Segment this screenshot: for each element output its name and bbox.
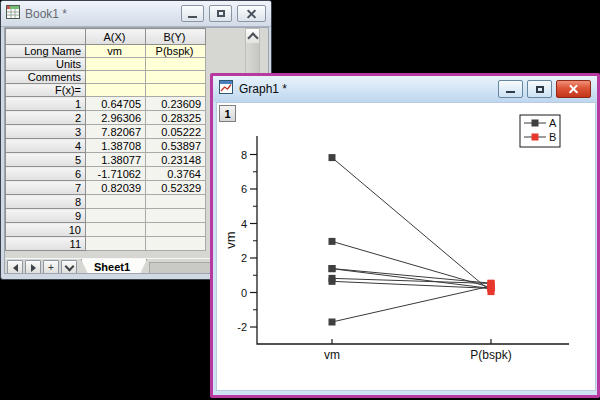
- legend-label: A: [549, 117, 557, 129]
- scroll-up-button[interactable]: [246, 29, 259, 44]
- maximize-icon: [536, 86, 544, 93]
- row-header[interactable]: 2: [6, 111, 86, 125]
- table-row: 9: [6, 209, 206, 223]
- series-connector-line: [332, 286, 491, 322]
- row-header[interactable]: 7: [6, 181, 86, 195]
- cell[interactable]: 0.82039: [86, 181, 146, 195]
- x-tick-label: P(bspk): [470, 348, 511, 362]
- row-header[interactable]: 5: [6, 153, 86, 167]
- workbook-icon: [6, 5, 20, 23]
- workbook-titlebar[interactable]: Book1 *: [1, 1, 271, 27]
- cell[interactable]: 0.05222: [146, 125, 206, 139]
- corner-cell[interactable]: [6, 29, 86, 45]
- row-header[interactable]: 10: [6, 223, 86, 237]
- row-header[interactable]: Long Name: [6, 45, 86, 58]
- row-header[interactable]: 6: [6, 167, 86, 181]
- cell[interactable]: [146, 195, 206, 209]
- graph-icon: [219, 80, 233, 98]
- x-tick-label: vm: [324, 348, 340, 362]
- cell[interactable]: 0.53897: [146, 139, 206, 153]
- origin-workspace: { "desktop": { "background_color": "#000…: [0, 0, 600, 400]
- cell[interactable]: 1.38077: [86, 153, 146, 167]
- y-axis-title: vm: [223, 231, 238, 248]
- chevron-up-icon: [247, 32, 258, 43]
- sheet-tab[interactable]: Sheet1: [81, 259, 147, 274]
- maximize-button[interactable]: [209, 5, 232, 22]
- cell[interactable]: 1.38708: [86, 139, 146, 153]
- close-button[interactable]: [556, 80, 591, 98]
- cell[interactable]: [146, 84, 206, 97]
- cell[interactable]: 0.52329: [146, 181, 206, 195]
- tab-scroll-right-button[interactable]: [25, 260, 41, 275]
- layer-button[interactable]: 1: [219, 105, 236, 122]
- table-row: 6-1.710620.3764: [6, 167, 206, 181]
- cell[interactable]: [86, 223, 146, 237]
- chevron-down-icon: [64, 262, 74, 272]
- cell[interactable]: [86, 237, 146, 251]
- table-row: 10: [6, 223, 206, 237]
- row-header[interactable]: Units: [6, 58, 86, 71]
- column-header[interactable]: A(X): [86, 29, 146, 45]
- table-row: 8: [6, 195, 206, 209]
- maximize-button[interactable]: [527, 80, 552, 98]
- row-header[interactable]: Comments: [6, 71, 86, 84]
- sheet-list-button[interactable]: [61, 260, 77, 275]
- cell[interactable]: [146, 209, 206, 223]
- cell[interactable]: 2.96306: [86, 111, 146, 125]
- cell[interactable]: 0.3764: [146, 167, 206, 181]
- cell[interactable]: [86, 195, 146, 209]
- row-header[interactable]: 4: [6, 139, 86, 153]
- row-header[interactable]: 1: [6, 97, 86, 111]
- axes: [257, 136, 569, 344]
- cell[interactable]: 0.64705: [86, 97, 146, 111]
- graph-title: Graph1 *: [239, 82, 494, 96]
- table-row: 51.380770.23148: [6, 153, 206, 167]
- minimize-button[interactable]: [498, 80, 523, 98]
- header-row: F(x)=: [6, 84, 206, 97]
- add-sheet-button[interactable]: +: [43, 260, 59, 275]
- y-tick-label: 0: [241, 287, 247, 299]
- legend-marker-b: [532, 134, 539, 141]
- close-icon: [246, 8, 257, 19]
- marker-a: [329, 154, 336, 161]
- graph-titlebar[interactable]: Graph1 *: [213, 76, 597, 102]
- cell[interactable]: P(bspk): [146, 45, 206, 58]
- header-row: Comments: [6, 71, 206, 84]
- y-tick-label: 6: [241, 183, 247, 195]
- triangle-left-icon: [13, 264, 18, 272]
- cell[interactable]: [146, 58, 206, 71]
- minimize-button[interactable]: [181, 5, 204, 22]
- y-tick-label: 8: [241, 149, 247, 161]
- table-row: 41.387080.53897: [6, 139, 206, 153]
- row-header[interactable]: 11: [6, 237, 86, 251]
- cell[interactable]: vm: [86, 45, 146, 58]
- tab-scroll-left-button[interactable]: [7, 260, 23, 275]
- marker-a: [329, 238, 336, 245]
- worksheet-table: A(X)B(Y)Long NamevmP(bspk)UnitsCommentsF…: [5, 28, 206, 251]
- cell[interactable]: -1.71062: [86, 167, 146, 181]
- close-button[interactable]: [237, 5, 266, 22]
- header-row: Long NamevmP(bspk): [6, 45, 206, 58]
- cell[interactable]: [86, 209, 146, 223]
- cell[interactable]: [86, 71, 146, 84]
- cell[interactable]: 0.28325: [146, 111, 206, 125]
- cell[interactable]: [86, 84, 146, 97]
- row-header[interactable]: 8: [6, 195, 86, 209]
- row-header[interactable]: F(x)=: [6, 84, 86, 97]
- graph-window: Graph1 * 1 86420-2vmP(bspk)vmAB: [210, 73, 600, 398]
- row-header[interactable]: 3: [6, 125, 86, 139]
- marker-b: [488, 280, 495, 287]
- cell[interactable]: 0.23148: [146, 153, 206, 167]
- column-header[interactable]: B(Y): [146, 29, 206, 45]
- worksheet-body: A(X)B(Y)Long NamevmP(bspk)UnitsCommentsF…: [6, 29, 206, 251]
- cell[interactable]: 7.82067: [86, 125, 146, 139]
- cell[interactable]: [86, 58, 146, 71]
- cell[interactable]: 0.23609: [146, 97, 206, 111]
- cell[interactable]: [146, 237, 206, 251]
- triangle-right-icon: [31, 264, 36, 272]
- cell[interactable]: [146, 71, 206, 84]
- row-header[interactable]: 9: [6, 209, 86, 223]
- legend-marker-a: [532, 120, 539, 127]
- header-row: Units: [6, 58, 206, 71]
- cell[interactable]: [146, 223, 206, 237]
